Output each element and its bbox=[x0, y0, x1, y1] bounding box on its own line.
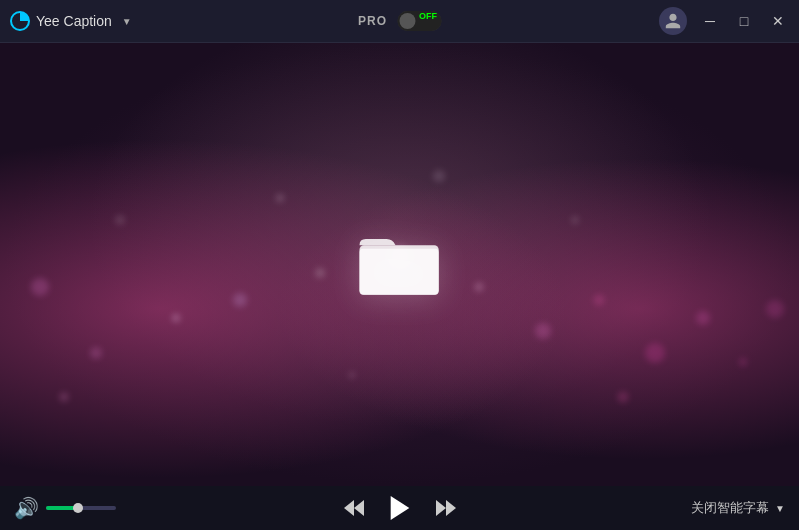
bokeh-dot bbox=[618, 392, 629, 403]
play-icon bbox=[384, 492, 416, 524]
fast-forward-button[interactable] bbox=[434, 496, 458, 520]
bokeh-dot bbox=[739, 358, 747, 366]
title-bar-left: Yee Caption ▼ bbox=[10, 11, 659, 31]
pro-label: PRO bbox=[358, 14, 387, 28]
bokeh-dot bbox=[696, 311, 710, 325]
svg-marker-5 bbox=[436, 500, 446, 516]
maximize-button[interactable]: □ bbox=[733, 10, 755, 32]
fast-forward-icon bbox=[434, 496, 458, 520]
bokeh-dot bbox=[115, 215, 125, 225]
controls-bar: 🔊 关闭智能字幕 ▼ bbox=[0, 486, 799, 530]
bokeh-dot bbox=[90, 347, 102, 359]
title-bar: Yee Caption ▼ PRO OFF ─ □ ✕ bbox=[0, 0, 799, 43]
toggle-knob bbox=[399, 13, 415, 29]
title-bar-right: ─ □ ✕ bbox=[659, 7, 789, 35]
playback-controls bbox=[342, 492, 458, 524]
bokeh-dot bbox=[572, 217, 579, 224]
volume-icon[interactable]: 🔊 bbox=[14, 496, 39, 520]
svg-marker-4 bbox=[390, 496, 409, 520]
bokeh-dot bbox=[349, 372, 355, 378]
bokeh-dot bbox=[433, 170, 445, 182]
volume-knob bbox=[73, 503, 83, 513]
title-bar-center: PRO OFF bbox=[358, 11, 441, 31]
bokeh-dot bbox=[276, 194, 284, 202]
folder-icon-svg bbox=[355, 223, 445, 298]
svg-marker-3 bbox=[354, 500, 364, 516]
bokeh-dot bbox=[645, 343, 665, 363]
bokeh-dot bbox=[594, 294, 605, 305]
volume-slider[interactable] bbox=[46, 506, 116, 510]
pro-toggle[interactable]: OFF bbox=[397, 11, 441, 31]
user-avatar[interactable] bbox=[659, 7, 687, 35]
bokeh-dot bbox=[233, 293, 247, 307]
app-title: Yee Caption bbox=[36, 13, 112, 29]
volume-section: 🔊 bbox=[14, 496, 134, 520]
close-button[interactable]: ✕ bbox=[767, 10, 789, 32]
toggle-track: OFF bbox=[397, 11, 441, 31]
minimize-button[interactable]: ─ bbox=[699, 10, 721, 32]
rewind-icon bbox=[342, 496, 366, 520]
app-dropdown-arrow[interactable]: ▼ bbox=[122, 16, 132, 27]
caption-toggle-button[interactable]: 关闭智能字幕 bbox=[691, 499, 769, 517]
app-logo bbox=[10, 11, 30, 31]
bokeh-dot bbox=[31, 278, 49, 296]
bokeh-dot bbox=[59, 393, 68, 402]
rewind-button[interactable] bbox=[342, 496, 366, 520]
svg-marker-6 bbox=[446, 500, 456, 516]
bokeh-dot bbox=[535, 323, 551, 339]
svg-marker-2 bbox=[344, 500, 354, 516]
play-button[interactable] bbox=[384, 492, 416, 524]
bokeh-dot bbox=[475, 282, 484, 291]
svg-rect-1 bbox=[359, 248, 438, 294]
caption-dropdown-arrow[interactable]: ▼ bbox=[775, 503, 785, 514]
bokeh-dot bbox=[172, 314, 180, 322]
caption-section: 关闭智能字幕 ▼ bbox=[691, 499, 785, 517]
user-icon bbox=[664, 12, 682, 30]
toggle-off-label: OFF bbox=[419, 11, 437, 21]
open-file-button[interactable] bbox=[355, 223, 445, 302]
video-area[interactable] bbox=[0, 43, 799, 486]
bokeh-dot bbox=[315, 268, 325, 278]
bokeh-dot bbox=[766, 300, 784, 318]
